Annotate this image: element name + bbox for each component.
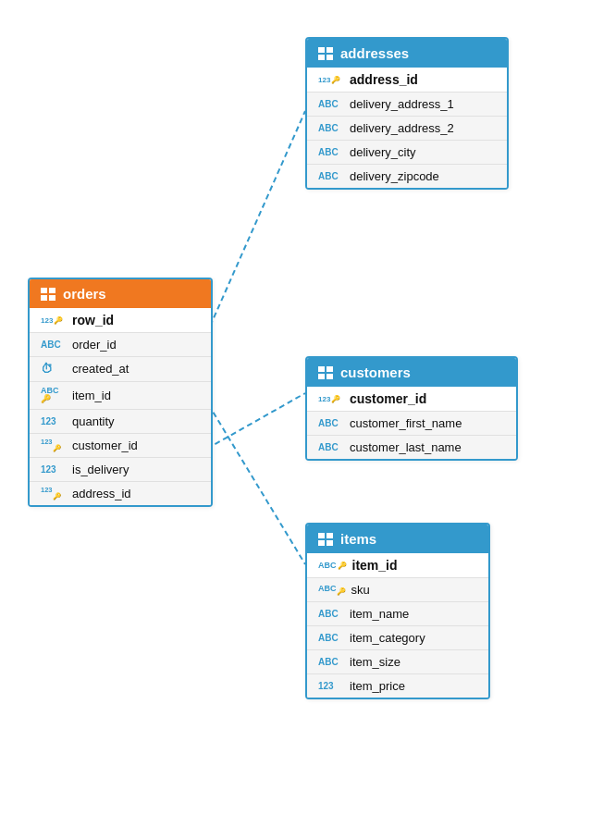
addresses-field-address_id-name: address_id xyxy=(350,72,418,87)
items-field-item_size-name: item_size xyxy=(350,655,400,669)
items-table: items ABC🔑 item_id ABC🔑 sku ABC item_nam… xyxy=(305,523,490,699)
orders-field-customer_id-type: 123🔑 xyxy=(41,439,67,452)
items-field-item_price-name: item_price xyxy=(350,679,405,693)
customers-field-customer_first_name-name: customer_first_name xyxy=(350,416,462,430)
customers-field-customer_last_name: ABC customer_last_name xyxy=(307,435,516,459)
orders-field-address_id-name: address_id xyxy=(72,487,131,500)
items-table-body: ABC🔑 item_id ABC🔑 sku ABC item_name ABC … xyxy=(307,553,488,698)
items-field-item_category-name: item_category xyxy=(350,631,425,645)
addresses-field-delivery_address_1: ABC delivery_address_1 xyxy=(307,92,507,116)
svg-line-0 xyxy=(199,111,305,352)
items-field-item_name-type: ABC xyxy=(318,609,344,620)
customers-table-title: customers xyxy=(340,364,411,380)
orders-field-item_id-name: item_id xyxy=(72,389,111,402)
items-table-icon xyxy=(318,533,333,546)
customers-field-customer_last_name-type: ABC xyxy=(318,442,344,453)
orders-field-order_id: ABC order_id xyxy=(30,332,211,356)
items-field-item_size-type: ABC xyxy=(318,657,344,668)
customers-table-icon xyxy=(318,366,333,379)
customers-field-customer_last_name-name: customer_last_name xyxy=(350,440,462,454)
addresses-field-delivery_address_1-name: delivery_address_1 xyxy=(350,97,454,111)
orders-table-header: orders xyxy=(30,279,211,308)
addresses-field-delivery_address_2-type: ABC xyxy=(318,123,344,134)
customers-table-header: customers xyxy=(307,358,516,387)
diagram-container: orders 123🔑 row_id ABC order_id ⏱ create… xyxy=(0,0,616,840)
items-field-item_name: ABC item_name xyxy=(307,601,488,625)
customers-field-customer_first_name-type: ABC xyxy=(318,418,344,429)
items-field-item_id: ABC🔑 item_id xyxy=(307,553,488,577)
orders-field-row_id-type: 123🔑 xyxy=(41,316,67,325)
orders-field-address_id: 123🔑 address_id xyxy=(30,481,211,505)
addresses-field-delivery_zipcode: ABC delivery_zipcode xyxy=(307,164,507,188)
orders-field-customer_id-name: customer_id xyxy=(72,439,138,452)
customers-field-customer_id: 123🔑 customer_id xyxy=(307,387,516,411)
orders-field-is_delivery-type: 123 xyxy=(41,464,67,476)
orders-field-created_at-type: ⏱ xyxy=(41,362,67,377)
addresses-field-address_id: 123🔑 address_id xyxy=(307,68,507,92)
orders-field-is_delivery: 123 is_delivery xyxy=(30,457,211,481)
items-field-item_size: ABC item_size xyxy=(307,649,488,673)
orders-field-address_id-type: 123🔑 xyxy=(41,487,67,500)
orders-field-row_id-name: row_id xyxy=(72,313,114,327)
items-field-sku: ABC🔑 sku xyxy=(307,577,488,601)
orders-field-item_id-type: ABC🔑 xyxy=(41,387,67,405)
items-field-item_price-type: 123 xyxy=(318,681,344,692)
orders-field-is_delivery-name: is_delivery xyxy=(72,463,129,476)
orders-field-row_id: 123🔑 row_id xyxy=(30,308,211,332)
orders-field-item_id: ABC🔑 item_id xyxy=(30,381,211,410)
items-field-sku-type: ABC🔑 xyxy=(318,584,346,596)
items-table-header: items xyxy=(307,525,488,553)
orders-table-icon xyxy=(41,288,55,301)
addresses-table-icon xyxy=(318,47,333,60)
addresses-table: addresses 123🔑 address_id ABC delivery_a… xyxy=(305,37,509,190)
orders-field-quantity: 123 quantity xyxy=(30,409,211,433)
svg-line-4 xyxy=(199,389,305,564)
customers-table: customers 123🔑 customer_id ABC customer_… xyxy=(305,356,518,461)
customers-field-customer_first_name: ABC customer_first_name xyxy=(307,411,516,435)
addresses-field-delivery_address_2: ABC delivery_address_2 xyxy=(307,116,507,140)
items-field-item_id-type: ABC🔑 xyxy=(318,561,347,570)
addresses-field-delivery_address_1-type: ABC xyxy=(318,99,344,110)
addresses-field-address_id-type: 123🔑 xyxy=(318,76,344,84)
customers-field-customer_id-type: 123🔑 xyxy=(318,395,344,403)
addresses-field-delivery_city-type: ABC xyxy=(318,147,344,158)
orders-field-customer_id: 123🔑 customer_id xyxy=(30,433,211,457)
addresses-field-delivery_city: ABC delivery_city xyxy=(307,140,507,164)
orders-field-order_id-type: ABC xyxy=(41,340,67,351)
customers-table-body: 123🔑 customer_id ABC customer_first_name… xyxy=(307,387,516,459)
addresses-field-delivery_address_2-name: delivery_address_2 xyxy=(350,121,454,135)
addresses-field-delivery_zipcode-type: ABC xyxy=(318,171,344,182)
orders-field-quantity-type: 123 xyxy=(41,416,67,427)
items-field-sku-name: sku xyxy=(351,583,370,597)
addresses-table-body: 123🔑 address_id ABC delivery_address_1 A… xyxy=(307,68,507,188)
addresses-table-header: addresses xyxy=(307,39,507,68)
items-field-item_price: 123 item_price xyxy=(307,673,488,698)
items-field-item_id-name: item_id xyxy=(352,558,398,573)
items-table-title: items xyxy=(340,531,376,547)
items-field-item_category: ABC item_category xyxy=(307,625,488,649)
orders-table: orders 123🔑 row_id ABC order_id ⏱ create… xyxy=(28,278,213,507)
orders-field-order_id-name: order_id xyxy=(72,338,117,352)
orders-table-body: 123🔑 row_id ABC order_id ⏱ created_at AB… xyxy=(30,308,211,505)
orders-field-created_at-name: created_at xyxy=(72,362,129,376)
customers-field-customer_id-name: customer_id xyxy=(350,391,426,406)
addresses-field-delivery_city-name: delivery_city xyxy=(350,145,416,159)
orders-field-quantity-name: quantity xyxy=(72,414,115,428)
orders-field-created_at: ⏱ created_at xyxy=(30,356,211,381)
items-field-item_name-name: item_name xyxy=(350,607,409,621)
orders-table-title: orders xyxy=(63,286,106,302)
items-field-item_category-type: ABC xyxy=(318,633,344,644)
svg-line-2 xyxy=(199,393,305,453)
addresses-field-delivery_zipcode-name: delivery_zipcode xyxy=(350,169,439,183)
addresses-table-title: addresses xyxy=(340,45,409,61)
